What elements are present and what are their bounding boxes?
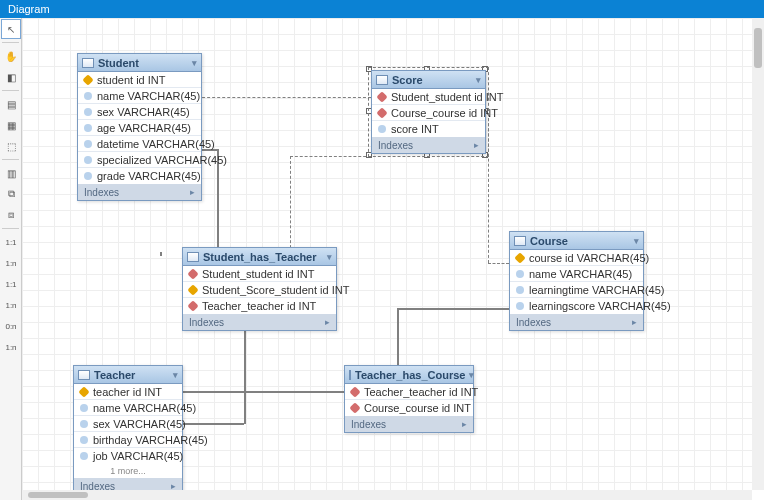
entity-header[interactable]: Teacher▾: [74, 366, 182, 384]
column-row[interactable]: Student_student id INT: [372, 89, 485, 105]
rel-1n-tool[interactable]: 1:n: [1, 253, 21, 273]
column-icon: [84, 92, 92, 100]
column-row[interactable]: specialized VARCHAR(45): [78, 152, 201, 168]
column-row[interactable]: name VARCHAR(45): [78, 88, 201, 104]
column-row[interactable]: Course_course id INT: [372, 105, 485, 121]
column-row[interactable]: teacher id INT: [74, 384, 182, 400]
column-row[interactable]: age VARCHAR(45): [78, 120, 201, 136]
pointer-tool[interactable]: ↖: [1, 19, 21, 39]
chevron-down-icon: ▾: [469, 370, 474, 380]
eraser-tool[interactable]: ◧: [1, 67, 21, 87]
diagram-canvas[interactable]: Student▾ student id INTname VARCHAR(45)s…: [22, 18, 752, 490]
arrow-icon: ▸: [190, 187, 195, 197]
column-row[interactable]: Student_student id INT: [183, 266, 336, 282]
layer-tool[interactable]: ▤: [1, 94, 21, 114]
rel-0n-tool[interactable]: 0:n: [1, 316, 21, 336]
indexes-section[interactable]: Indexes▸: [372, 137, 485, 153]
foreign-key-icon: [349, 402, 360, 413]
more-columns[interactable]: 1 more...: [74, 464, 182, 478]
relation-line: [160, 252, 162, 256]
column-row[interactable]: student id INT: [78, 72, 201, 88]
primary-key-icon: [82, 74, 93, 85]
table-icon: [349, 370, 351, 380]
rel-nm-tool[interactable]: 1:n: [1, 337, 21, 357]
column-label: learningscore VARCHAR(45): [529, 300, 671, 312]
column-row[interactable]: grade VARCHAR(45): [78, 168, 201, 184]
column-row[interactable]: sex VARCHAR(45): [78, 104, 201, 120]
entity-teacher[interactable]: Teacher▾ teacher id INTname VARCHAR(45)s…: [73, 365, 183, 490]
arrow-icon: ▸: [171, 481, 176, 490]
scrollbar-thumb[interactable]: [28, 492, 88, 498]
column-icon: [378, 125, 386, 133]
column-row[interactable]: Teacher_teacher id INT: [345, 384, 473, 400]
indexes-section[interactable]: Indexes▸: [510, 314, 643, 330]
entity-teacher-has-course[interactable]: Teacher_has_Course▾ Teacher_teacher id I…: [344, 365, 474, 433]
entity-course[interactable]: Course▾ course id VARCHAR(45)name VARCHA…: [509, 231, 644, 331]
rel-11b-tool[interactable]: 1:1: [1, 274, 21, 294]
relation-line: [488, 108, 489, 263]
routine-tool[interactable]: ⧈: [1, 205, 21, 225]
note-tool[interactable]: ▦: [1, 115, 21, 135]
indexes-section[interactable]: Indexes▸: [345, 416, 473, 432]
image-tool[interactable]: ⬚: [1, 136, 21, 156]
relation-line: [174, 391, 344, 393]
column-row[interactable]: learningtime VARCHAR(45): [510, 282, 643, 298]
relation-line: [182, 97, 371, 98]
entity-header[interactable]: Course▾: [510, 232, 643, 250]
entity-header[interactable]: Student▾: [78, 54, 201, 72]
column-row[interactable]: learningscore VARCHAR(45): [510, 298, 643, 314]
column-row[interactable]: Course_course id INT: [345, 400, 473, 416]
column-label: score INT: [391, 123, 439, 135]
column-row[interactable]: datetime VARCHAR(45): [78, 136, 201, 152]
entity-student[interactable]: Student▾ student id INTname VARCHAR(45)s…: [77, 53, 202, 201]
rel-11-tool[interactable]: 1:1: [1, 232, 21, 252]
chevron-down-icon: ▾: [327, 252, 332, 262]
column-label: Teacher_teacher id INT: [364, 386, 478, 398]
entity-title: Course: [530, 235, 568, 247]
hand-tool[interactable]: ✋: [1, 46, 21, 66]
scrollbar-thumb[interactable]: [754, 28, 762, 68]
column-label: course id VARCHAR(45): [529, 252, 649, 264]
table-tool[interactable]: ▥: [1, 163, 21, 183]
entity-header[interactable]: Score▾: [372, 71, 485, 89]
column-row[interactable]: birthday VARCHAR(45): [74, 432, 182, 448]
entity-student-has-teacher[interactable]: Student_has_Teacher▾ Student_student id …: [182, 247, 337, 331]
table-icon: [514, 236, 526, 246]
column-row[interactable]: Student_Score_student id INT: [183, 282, 336, 298]
vertical-scrollbar[interactable]: [752, 18, 764, 490]
column-row[interactable]: score INT: [372, 121, 485, 137]
primary-key-icon: [514, 252, 525, 263]
column-row[interactable]: Teacher_teacher id INT: [183, 298, 336, 314]
column-icon: [84, 140, 92, 148]
column-label: teacher id INT: [93, 386, 162, 398]
entity-title: Student: [98, 57, 139, 69]
entity-score[interactable]: Score▾ Student_student id INTCourse_cour…: [371, 70, 486, 154]
column-icon: [516, 286, 524, 294]
horizontal-scrollbar[interactable]: [22, 490, 752, 500]
column-row[interactable]: course id VARCHAR(45): [510, 250, 643, 266]
column-row[interactable]: job VARCHAR(45): [74, 448, 182, 464]
primary-key-icon: [78, 386, 89, 397]
chevron-down-icon: ▾: [192, 58, 197, 68]
indexes-section[interactable]: Indexes▸: [74, 478, 182, 490]
rel-1nb-tool[interactable]: 1:n: [1, 295, 21, 315]
column-icon: [84, 172, 92, 180]
indexes-section[interactable]: Indexes▸: [78, 184, 201, 200]
column-label: Teacher_teacher id INT: [202, 300, 316, 312]
foreign-key-icon: [349, 386, 360, 397]
column-label: Student_student id INT: [391, 91, 504, 103]
entity-header[interactable]: Student_has_Teacher▾: [183, 248, 336, 266]
column-row[interactable]: sex VARCHAR(45): [74, 416, 182, 432]
column-row[interactable]: name VARCHAR(45): [510, 266, 643, 282]
entity-title: Teacher_has_Course: [355, 369, 465, 381]
column-label: birthday VARCHAR(45): [93, 434, 208, 446]
left-toolbar: ↖ ✋ ◧ ▤ ▦ ⬚ ▥ ⧉ ⧈ 1:1 1:n 1:1 1:n 0:n 1:…: [0, 18, 22, 500]
column-row[interactable]: name VARCHAR(45): [74, 400, 182, 416]
relation-line: [290, 156, 371, 157]
table-icon: [187, 252, 199, 262]
view-tool[interactable]: ⧉: [1, 184, 21, 204]
primary-key-icon: [187, 284, 198, 295]
entity-header[interactable]: Teacher_has_Course▾: [345, 366, 473, 384]
indexes-section[interactable]: Indexes▸: [183, 314, 336, 330]
foreign-key-icon: [187, 300, 198, 311]
